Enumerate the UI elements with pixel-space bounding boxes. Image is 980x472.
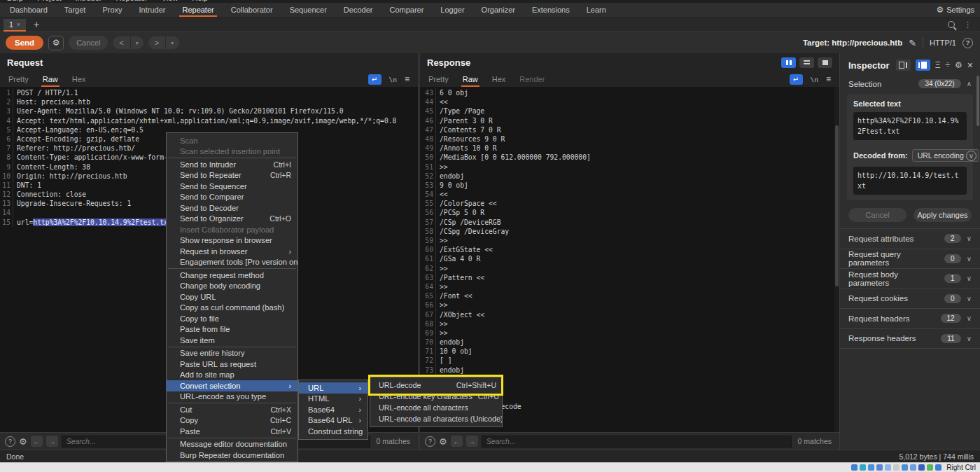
- context-menu-item[interactable]: Insert Collaborator payload: [167, 224, 298, 235]
- vm-status-icon[interactable]: [868, 464, 874, 471]
- back-history-button[interactable]: < ▼: [113, 36, 144, 49]
- chevron-down-icon[interactable]: ∨: [967, 275, 972, 282]
- main-tab[interactable]: Sequencer: [281, 3, 335, 17]
- submenu-item[interactable]: URL-encode all characters: [370, 402, 502, 413]
- main-tab[interactable]: Learn: [578, 3, 615, 17]
- pencil-icon[interactable]: ✎: [909, 38, 916, 48]
- context-menu-item[interactable]: Message editor documentation: [167, 439, 298, 450]
- inspector-cancel-button[interactable]: Cancel: [848, 208, 906, 222]
- context-menu-item[interactable]: [168, 268, 296, 269]
- word-wrap-icon[interactable]: ↵: [368, 74, 382, 85]
- prev-match-button[interactable]: ←: [31, 436, 43, 447]
- main-tab[interactable]: Dashboard: [1, 3, 56, 17]
- tab-request-pretty[interactable]: Pretty: [1, 71, 36, 87]
- context-menu-item[interactable]: Add to site map: [167, 370, 298, 381]
- context-menu-item[interactable]: URL-encode as you type: [167, 391, 298, 403]
- chevron-down-icon[interactable]: ∨: [967, 295, 972, 303]
- cancel-button[interactable]: Cancel: [69, 36, 108, 50]
- context-menu-item[interactable]: Copy to file: [167, 313, 298, 324]
- context-menu-item[interactable]: Send to IntruderCtrl+I: [167, 159, 298, 170]
- vm-status-icon[interactable]: [918, 464, 925, 471]
- os-menu-item[interactable]: Intruder: [76, 0, 102, 2]
- context-menu-item[interactable]: Paste URL as request: [167, 359, 298, 370]
- context-menu-item[interactable]: Scan: [167, 135, 298, 146]
- chevron-down-icon[interactable]: ▼: [165, 36, 178, 49]
- inspector-section-row[interactable]: Request query parameters 0 ∨: [840, 249, 980, 269]
- os-menu-item[interactable]: Repeater: [115, 0, 147, 2]
- tab-request-hex[interactable]: Hex: [65, 71, 93, 87]
- gear-icon[interactable]: ⚙: [439, 437, 447, 446]
- inspector-section-row[interactable]: Response headers 11 ∨: [840, 328, 980, 349]
- context-menu-item[interactable]: Save entire history: [167, 348, 298, 359]
- context-menu-item[interactable]: Send to Comparer: [167, 192, 298, 203]
- main-tab[interactable]: Extensions: [524, 3, 578, 17]
- context-menu-item[interactable]: [168, 158, 296, 158]
- context-menu-item[interactable]: Burp Repeater documentation: [167, 450, 298, 461]
- context-menu-item[interactable]: [168, 403, 296, 403]
- main-tab[interactable]: Organizer: [473, 3, 524, 17]
- more-dots-icon[interactable]: ⋮: [964, 20, 972, 29]
- next-match-button[interactable]: →: [46, 436, 58, 447]
- inspector-section-row[interactable]: Request attributes 2 ∨: [840, 228, 980, 249]
- context-menu-item[interactable]: Change request method: [167, 270, 298, 281]
- context-menu-item[interactable]: [168, 347, 296, 347]
- word-wrap-icon[interactable]: ↵: [790, 74, 803, 85]
- chevron-down-icon[interactable]: ∨: [967, 255, 972, 263]
- send-options-button[interactable]: ⚙: [48, 36, 64, 50]
- send-button[interactable]: Send: [6, 36, 43, 50]
- selected-text-value[interactable]: http%3A%2F%2F10.10.14.9%2Ftest.txt: [853, 112, 967, 140]
- chevron-down-icon[interactable]: ▼: [130, 36, 144, 49]
- context-menu-item[interactable]: Change body encoding: [167, 281, 298, 292]
- tab-response-render[interactable]: Render: [512, 71, 552, 87]
- os-menu-item[interactable]: Project: [37, 0, 61, 2]
- selection-section-header[interactable]: Selection 34 (0x22) ∧: [840, 76, 980, 92]
- decoded-text-value[interactable]: http://10.10.14.9/test.txt: [853, 167, 967, 195]
- forward-history-button[interactable]: > ▼: [148, 36, 179, 49]
- context-menu-item[interactable]: Scan selected insertion point: [167, 146, 298, 158]
- context-menu-item[interactable]: PasteCtrl+V: [167, 426, 298, 437]
- chevron-down-icon[interactable]: ∨: [967, 235, 972, 242]
- collapse-all-icon[interactable]: ÷: [945, 61, 950, 69]
- show-newlines-icon[interactable]: \n: [811, 76, 818, 83]
- editor-menu-icon[interactable]: ≡: [405, 74, 410, 84]
- submenu-item[interactable]: Construct string›: [299, 426, 368, 437]
- main-tab[interactable]: Comparer: [381, 3, 432, 17]
- repeater-tab-1[interactable]: 1 ×: [4, 19, 26, 32]
- help-circle-icon[interactable]: ?: [5, 436, 15, 447]
- chevron-down-icon[interactable]: ∨: [967, 335, 972, 342]
- main-tab[interactable]: Proxy: [94, 3, 130, 17]
- layout-columns-icon[interactable]: [781, 57, 796, 68]
- gear-icon[interactable]: ⚙: [19, 437, 27, 446]
- panel-layout-left-icon[interactable]: [896, 60, 911, 71]
- vm-status-icon[interactable]: [885, 464, 891, 471]
- context-menu-item[interactable]: Copy as curl command (bash): [167, 303, 298, 314]
- context-menu-item[interactable]: Send to OrganizerCtrl+O: [167, 214, 298, 225]
- vm-status-icon[interactable]: [851, 464, 858, 471]
- add-tab-button[interactable]: +: [34, 19, 39, 30]
- submenu-item[interactable]: Base64›: [299, 404, 368, 415]
- context-menu-item[interactable]: CopyCtrl+C: [167, 415, 298, 426]
- inspector-section-row[interactable]: Request headers 12 ∨: [840, 308, 980, 328]
- apply-changes-button[interactable]: Apply changes: [913, 208, 972, 222]
- context-menu-item[interactable]: Convert selection›: [167, 380, 298, 391]
- vm-status-icon[interactable]: [860, 464, 866, 471]
- chevron-down-icon[interactable]: ∨: [967, 314, 972, 322]
- settings-button[interactable]: ⚙ Settings: [936, 3, 980, 17]
- main-tab[interactable]: Decoder: [335, 3, 382, 17]
- context-menu-item[interactable]: CutCtrl+X: [167, 404, 298, 415]
- close-icon[interactable]: ×: [967, 60, 973, 70]
- context-menu-item[interactable]: Save item: [167, 335, 298, 346]
- inspector-section-row[interactable]: Request cookies 0 ∨: [840, 289, 980, 309]
- prev-match-button[interactable]: ←: [451, 436, 463, 447]
- context-menu-item[interactable]: Request in browser›: [167, 246, 298, 257]
- refresh-icon[interactable]: [966, 151, 976, 161]
- panel-layout-right-icon[interactable]: [916, 60, 930, 71]
- help-circle-icon[interactable]: ?: [962, 38, 973, 48]
- submenu-item[interactable]: Base64 URL›: [299, 415, 368, 426]
- context-menu-item[interactable]: Copy URL: [167, 291, 298, 303]
- os-menu-item[interactable]: Help: [192, 0, 208, 2]
- main-tab[interactable]: Collaborator: [223, 3, 281, 17]
- context-menu-item[interactable]: Send to Decoder: [167, 202, 298, 214]
- context-menu-item[interactable]: Send to Sequencer: [167, 181, 298, 192]
- vm-status-icon[interactable]: [876, 464, 883, 471]
